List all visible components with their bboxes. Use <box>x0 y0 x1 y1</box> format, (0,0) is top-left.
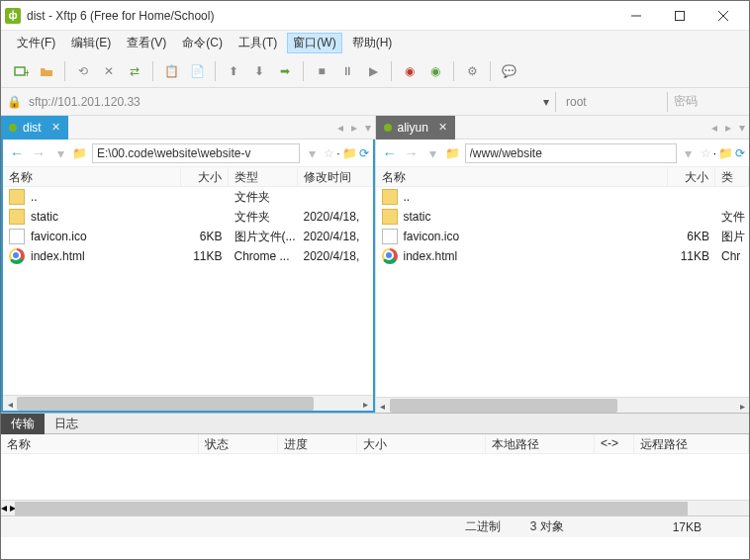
remote-path-input[interactable] <box>465 143 677 163</box>
col-date[interactable]: 修改时间 <box>298 167 373 186</box>
col-name[interactable]: 名称 <box>3 167 181 186</box>
scroll-left-icon[interactable]: ◂ <box>1 501 7 514</box>
list-item[interactable]: index.html11KBChr <box>376 246 750 266</box>
remote-hscrollbar[interactable]: ◂ ▸ <box>376 397 750 413</box>
minimize-button[interactable] <box>614 2 658 30</box>
nav-forward-button[interactable]: → <box>29 143 48 163</box>
tab-log[interactable]: 日志 <box>45 414 88 434</box>
col-type[interactable]: 类型 <box>229 167 298 186</box>
list-item[interactable]: .. <box>376 187 750 207</box>
col-size[interactable]: 大小 <box>357 434 486 453</box>
close-tab-icon[interactable]: ✕ <box>438 121 447 134</box>
tab-menu-icon[interactable]: ▾ <box>361 121 375 135</box>
refresh-icon[interactable]: ⟳ <box>735 146 745 160</box>
local-path-input[interactable] <box>92 143 300 163</box>
file-icon <box>9 229 25 244</box>
help-button[interactable]: 💬 <box>497 59 520 83</box>
refresh-icon[interactable]: ⟳ <box>359 146 369 160</box>
col-name[interactable]: 名称 <box>376 167 669 186</box>
nav-dropdown-icon[interactable]: ▾ <box>423 143 443 163</box>
scrollbar-thumb[interactable] <box>17 397 314 411</box>
col-remote-path[interactable]: 远程路径 <box>634 434 749 453</box>
path-dropdown-icon[interactable]: ▾ <box>302 143 322 163</box>
list-item[interactable]: favicon.ico6KB图片文件(...2020/4/18, <box>3 227 373 246</box>
paste-button[interactable]: 📄 <box>185 59 209 83</box>
list-item[interactable]: favicon.ico6KB图片 <box>376 227 750 246</box>
col-status[interactable]: 状态 <box>199 434 278 453</box>
file-type: Chrome ... <box>229 249 298 263</box>
local-hscrollbar[interactable]: ◂ ▸ <box>3 395 373 411</box>
copy-button[interactable]: 📋 <box>159 59 183 83</box>
scroll-right-icon[interactable]: ▸ <box>735 398 749 414</box>
menu-window[interactable]: 窗口(W) <box>287 33 341 53</box>
menu-file[interactable]: 文件(F) <box>11 33 61 53</box>
stop-button[interactable]: ■ <box>310 59 333 83</box>
new-folder-icon[interactable]: 📁 <box>718 146 733 160</box>
maximize-button[interactable] <box>658 2 702 30</box>
scroll-left-icon[interactable]: ◂ <box>3 396 17 412</box>
address-dropdown-icon[interactable]: ▾ <box>543 95 549 109</box>
menu-view[interactable]: 查看(V) <box>121 33 172 53</box>
close-button[interactable] <box>702 2 745 30</box>
col-type[interactable]: 类型 <box>715 167 749 186</box>
download-button[interactable]: ⬇ <box>247 59 271 83</box>
transfer-list[interactable] <box>1 454 749 500</box>
password-input[interactable]: 密码 <box>674 93 743 110</box>
xshell-button[interactable]: ◉ <box>398 59 422 83</box>
col-direction[interactable]: <-> <box>595 434 634 453</box>
list-item[interactable]: ..文件夹 <box>3 187 373 207</box>
menu-help[interactable]: 帮助(H) <box>346 33 399 53</box>
scroll-right-icon[interactable]: ▸ <box>359 396 373 412</box>
scrollbar-thumb[interactable] <box>390 399 617 413</box>
tab-next-icon[interactable]: ▸ <box>721 121 735 135</box>
transfer-right-button[interactable]: ➡ <box>273 59 297 83</box>
settings-button[interactable]: ⚙ <box>460 59 484 83</box>
tab-transfer[interactable]: 传输 <box>1 414 45 434</box>
transfer-hscrollbar[interactable]: ◂ ▸ <box>1 500 749 515</box>
bookmark-icon[interactable]: ☆ <box>701 146 711 160</box>
close-tab-icon[interactable]: ✕ <box>51 121 60 134</box>
list-item[interactable]: static文件 <box>376 207 750 227</box>
status-mode: 二进制 <box>465 518 501 535</box>
tab-dist[interactable]: dist ✕ <box>1 116 68 140</box>
nav-forward-button[interactable]: → <box>402 143 422 163</box>
tab-prev-icon[interactable]: ◂ <box>707 121 721 135</box>
open-session-button[interactable] <box>35 59 58 83</box>
col-name[interactable]: 名称 <box>1 434 199 453</box>
col-local-path[interactable]: 本地路径 <box>486 434 595 453</box>
scrollbar-thumb[interactable] <box>15 502 688 515</box>
toolbar-separator <box>64 61 65 81</box>
list-item[interactable]: static文件夹2020/4/18, <box>3 207 373 227</box>
path-dropdown-icon[interactable]: ▾ <box>679 143 699 163</box>
upload-button[interactable]: ⬆ <box>222 59 245 83</box>
nav-dropdown-icon[interactable]: ▾ <box>50 143 70 163</box>
menu-tools[interactable]: 工具(T) <box>233 33 283 53</box>
col-size[interactable]: 大小 <box>181 167 229 186</box>
list-item[interactable]: index.html11KBChrome ...2020/4/18, <box>3 246 373 266</box>
local-file-list[interactable]: ..文件夹static文件夹2020/4/18,favicon.ico6KB图片… <box>3 187 373 395</box>
address-input[interactable] <box>29 95 537 109</box>
reconnect-button[interactable]: ⟲ <box>71 59 95 83</box>
disconnect-button[interactable]: ✕ <box>97 59 121 83</box>
scroll-left-icon[interactable]: ◂ <box>376 398 390 414</box>
nav-back-button[interactable]: ← <box>380 143 400 163</box>
new-folder-icon[interactable]: 📁 <box>342 146 357 160</box>
menu-command[interactable]: 命令(C) <box>176 33 229 53</box>
username-input[interactable]: root <box>562 95 661 109</box>
tab-next-icon[interactable]: ▸ <box>347 121 361 135</box>
nav-back-button[interactable]: ← <box>7 143 27 163</box>
menu-edit[interactable]: 编辑(E) <box>65 33 117 53</box>
tab-aliyun[interactable]: aliyun ✕ <box>376 116 455 140</box>
col-size[interactable]: 大小 <box>668 167 715 186</box>
sync-button[interactable]: ⇄ <box>123 59 146 83</box>
play-button[interactable]: ▶ <box>361 59 385 83</box>
col-progress[interactable]: 进度 <box>278 434 357 453</box>
tab-menu-icon[interactable]: ▾ <box>735 121 749 135</box>
new-session-button[interactable]: + <box>9 59 33 83</box>
tab-prev-icon[interactable]: ◂ <box>333 121 347 135</box>
xftp-button[interactable]: ◉ <box>423 59 447 83</box>
pause-button[interactable]: ⏸ <box>335 59 359 83</box>
bookmark-icon[interactable]: ☆ <box>324 146 334 160</box>
file-size: 6KB <box>668 230 715 243</box>
remote-file-list[interactable]: ..static文件favicon.ico6KB图片index.html11KB… <box>376 187 750 397</box>
